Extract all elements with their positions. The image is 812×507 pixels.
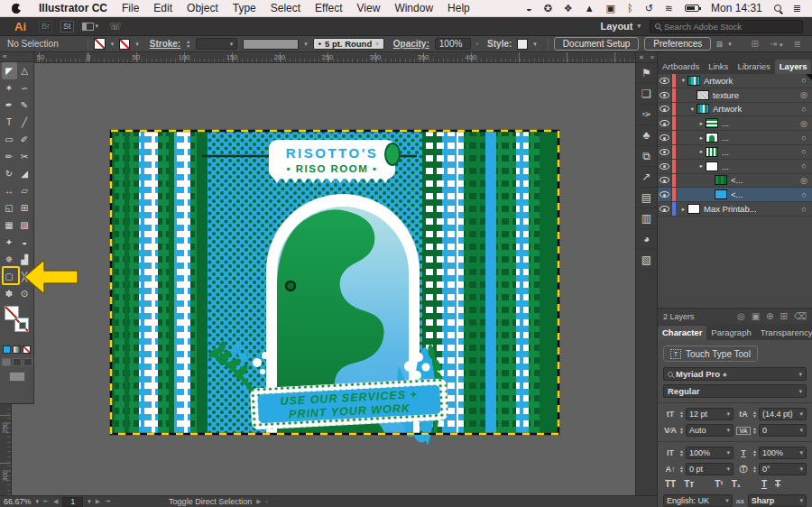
transform-chevron-icon[interactable]: ▾ xyxy=(728,41,732,48)
layer-thumbnail[interactable] xyxy=(706,133,718,143)
direct-selection-tool[interactable]: △ xyxy=(17,62,32,79)
brush-preset-dropdown[interactable]: • 5 pt. Round ▾ xyxy=(313,38,384,50)
target-circle-icon[interactable]: ◎ xyxy=(796,119,812,128)
display-icon[interactable]: ▣ xyxy=(606,3,615,14)
layer-row[interactable]: ▸...○ xyxy=(658,131,812,145)
none-button[interactable] xyxy=(23,346,31,354)
layer-row[interactable]: ▾Artwork○ xyxy=(658,103,812,117)
subscript-button[interactable]: T₁ xyxy=(732,479,741,489)
visibility-toggle[interactable] xyxy=(658,160,672,173)
layer-name[interactable]: <... xyxy=(731,189,796,199)
rectangle-tool[interactable]: ▭ xyxy=(2,131,17,148)
artboards-icon[interactable]: ⚑ xyxy=(636,63,657,84)
draw-normal-mode[interactable] xyxy=(2,358,11,366)
selection-tool[interactable]: ◤ xyxy=(2,62,17,79)
kerning-stepper[interactable]: ▲▼ xyxy=(679,427,684,435)
zoom-chevron-icon[interactable]: ▾ xyxy=(36,498,40,505)
spotlight-icon[interactable] xyxy=(774,5,781,12)
touch-type-tool-button[interactable]: T Touch Type Tool xyxy=(663,346,758,362)
visibility-toggle[interactable] xyxy=(658,202,672,216)
menu-help[interactable]: Help xyxy=(440,2,477,14)
antialias-field[interactable]: Sharp▾ xyxy=(748,494,807,507)
kerning-field[interactable]: Auto▾ xyxy=(686,424,734,437)
target-circle-icon[interactable]: ○ xyxy=(796,105,812,114)
layer-thumbnail[interactable] xyxy=(687,204,700,214)
visibility-toggle[interactable] xyxy=(658,131,672,144)
libraries-icon[interactable]: ▤ xyxy=(636,188,657,208)
layer-thumbnail[interactable] xyxy=(706,147,718,157)
paintbrush-tool[interactable]: ✐ xyxy=(17,131,32,148)
target-circle-icon[interactable]: ○ xyxy=(796,205,812,214)
artboard-chevron-icon[interactable]: ▾ xyxy=(88,498,91,505)
wifi-icon[interactable]: ≋ xyxy=(665,3,673,14)
layer-thumbnail[interactable] xyxy=(706,161,718,171)
menu-file[interactable]: File xyxy=(115,2,146,14)
layer-row[interactable]: ▾Artwork○ xyxy=(658,74,812,88)
font-style-field[interactable]: Regular ▾ xyxy=(663,384,807,398)
baseline-shift-field[interactable]: 0 pt▾ xyxy=(686,463,734,475)
layer-name[interactable]: Artwork xyxy=(704,76,796,86)
leading-stepper[interactable]: ▲▼ xyxy=(752,410,757,419)
expand-toggle-icon[interactable]: ▸ xyxy=(697,120,706,127)
stroke-chevron-icon[interactable]: ▾ xyxy=(135,41,139,48)
scale-tool[interactable]: ◢ xyxy=(17,165,32,182)
superscript-button[interactable]: T¹ xyxy=(715,479,723,489)
magic-wand-tool[interactable]: ✶ xyxy=(2,79,17,97)
opacity-field[interactable]: 100% xyxy=(435,38,471,50)
battery-icon[interactable] xyxy=(685,5,699,12)
tracking-field[interactable]: 0▾ xyxy=(759,424,807,437)
artboard-canvas[interactable]: RISOTTO'S • RISO ROOM • xyxy=(110,130,559,451)
visibility-toggle[interactable] xyxy=(658,74,672,88)
blend-tool[interactable]: ◒ xyxy=(17,234,32,251)
layer-name[interactable]: ... xyxy=(722,118,796,128)
fill-chevron-icon[interactable]: ▾ xyxy=(111,41,115,48)
menu-type[interactable]: Type xyxy=(226,2,263,14)
gradient-icon[interactable]: ▧ xyxy=(636,250,657,271)
tab-character[interactable]: Character xyxy=(658,326,706,340)
shape-builder-tool[interactable]: ◱ xyxy=(2,199,17,217)
style-chevron-icon[interactable]: ▾ xyxy=(533,41,537,48)
creative-cloud-icon[interactable]: ✪ xyxy=(544,3,552,14)
visibility-toggle[interactable] xyxy=(658,88,672,102)
screen-mode-button[interactable] xyxy=(9,372,25,382)
target-circle-icon[interactable]: ◎ xyxy=(796,176,812,185)
new-sublayer-icon[interactable]: ⊕ xyxy=(766,311,773,321)
pathfinder-icon[interactable]: ⧉ xyxy=(636,146,657,167)
rotate-tool[interactable]: ↻ xyxy=(2,165,17,182)
first-artboard-icon[interactable]: ⇤ xyxy=(43,498,49,505)
menu-view[interactable]: View xyxy=(350,2,388,14)
expand-toggle-icon[interactable]: ▾ xyxy=(688,106,697,113)
font-size-field[interactable]: 12 pt▾ xyxy=(686,408,734,420)
expand-toggle-icon[interactable]: ▾ xyxy=(679,77,687,84)
color-button[interactable] xyxy=(3,346,11,354)
layer-thumbnail[interactable] xyxy=(687,76,700,86)
curvature-tool[interactable]: ✎ xyxy=(17,97,32,114)
layer-name[interactable]: Max Printab... xyxy=(704,204,796,214)
vscale-stepper[interactable]: ▲▼ xyxy=(679,449,684,457)
horizontal-scale-field[interactable]: 100%▾ xyxy=(759,447,807,459)
layer-name[interactable]: texture xyxy=(713,90,796,100)
control-menu-icon[interactable]: ≣ xyxy=(794,39,801,49)
stock-search-box[interactable] xyxy=(650,20,803,33)
zoom-level[interactable]: 66.67% xyxy=(4,497,32,506)
expand-toggle-icon[interactable]: ▸ xyxy=(697,134,706,142)
underline-button[interactable]: T xyxy=(761,479,767,489)
target-circle-icon[interactable]: ○ xyxy=(796,134,812,143)
style-swatch[interactable] xyxy=(517,39,528,50)
rotation-stepper[interactable]: ▲▼ xyxy=(752,466,757,474)
menu-object[interactable]: Object xyxy=(180,2,226,14)
transform-options-icon[interactable]: ⧈ xyxy=(716,38,723,50)
menu-window[interactable]: Window xyxy=(387,2,440,14)
target-circle-icon[interactable]: ○ xyxy=(796,147,812,156)
brushes-icon[interactable]: ✑ xyxy=(636,105,657,125)
tools-panel-collapse[interactable]: « xyxy=(0,52,33,62)
opacity-link[interactable]: Opacity: xyxy=(393,39,429,49)
layer-row[interactable]: ▸...○ xyxy=(658,145,812,160)
stroke-profile-dropdown[interactable] xyxy=(243,39,299,50)
type-tool[interactable]: T xyxy=(2,114,17,131)
stroke-panel-link[interactable]: Stroke: xyxy=(150,39,180,49)
shaper-tool[interactable]: ✏ xyxy=(2,148,17,165)
tab-libraries[interactable]: Libraries xyxy=(733,60,774,74)
layer-row[interactable]: <...○ xyxy=(658,188,812,202)
font-family-field[interactable]: Myriad Pro ◆ ▾ xyxy=(663,367,807,381)
